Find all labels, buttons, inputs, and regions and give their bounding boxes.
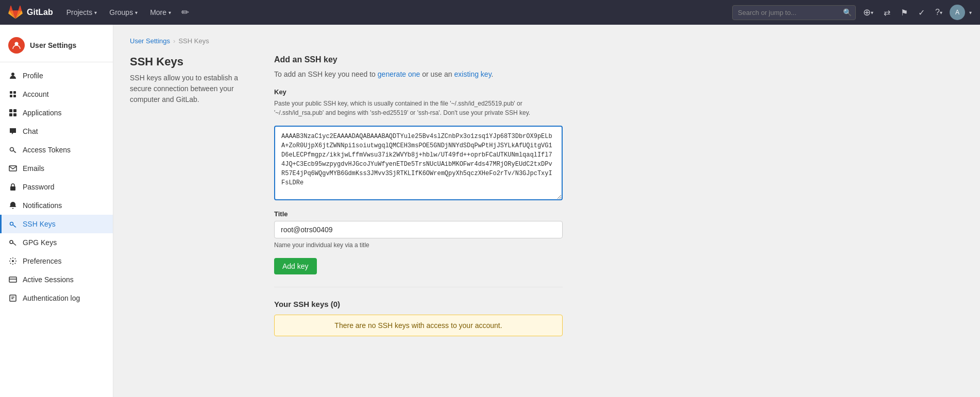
email-icon <box>8 164 18 173</box>
chevron-down-icon: ▾ <box>135 10 138 15</box>
page-description: SSH keys allow you to establish a secure… <box>130 73 254 105</box>
title-field-group: Title Name your individual key via a tit… <box>274 210 563 250</box>
key-textarea[interactable] <box>274 126 563 200</box>
title-hint: Name your individual key via a title <box>274 240 563 250</box>
sidebar-item-preferences[interactable]: Preferences <box>0 252 113 270</box>
grid-icon <box>8 108 18 117</box>
add-key-button[interactable]: Add key <box>274 258 317 274</box>
svg-point-13 <box>10 222 13 226</box>
sidebar-item-applications[interactable]: Applications <box>0 103 113 122</box>
svg-rect-4 <box>10 95 12 97</box>
help-icon[interactable]: ? ▾ <box>932 5 945 20</box>
sidebar: User Settings Profile Account Applicatio… <box>0 25 113 397</box>
sidebar-item-chat[interactable]: Chat <box>0 122 113 141</box>
top-navigation: GitLab Projects ▾ Groups ▾ More ▾ ✏ 🔍 ⊕ … <box>0 0 980 25</box>
breadcrumb-parent-link[interactable]: User Settings <box>130 37 170 45</box>
ssh-key-icon <box>8 219 18 229</box>
add-section-intro: To add an SSH key you need to generate o… <box>274 68 563 80</box>
new-plus-button[interactable]: ⊕ ▾ <box>860 4 876 21</box>
topnav-right: 🔍 ⊕ ▾ ⇄ ⚑ ✓ ? ▾ A ▾ <box>732 4 972 21</box>
no-ssh-keys-message: There are no SSH keys with access to you… <box>274 315 563 336</box>
sidebar-item-account[interactable]: Account <box>0 85 113 103</box>
key-hint: Paste your public SSH key, which is usua… <box>274 99 563 117</box>
svg-rect-15 <box>9 277 16 282</box>
avatar-chevron: ▾ <box>969 10 972 15</box>
sidebar-title: User Settings <box>30 41 76 49</box>
sidebar-header: User Settings <box>0 33 113 62</box>
bell-icon <box>8 201 18 210</box>
prefs-icon <box>8 256 18 266</box>
svg-rect-7 <box>13 109 16 112</box>
page-title: SSH Keys <box>130 55 254 68</box>
sidebar-item-emails[interactable]: Emails <box>0 159 113 178</box>
sidebar-item-password[interactable]: Password <box>0 178 113 196</box>
lock-icon <box>8 182 18 192</box>
sidebar-avatar <box>8 37 25 54</box>
avatar-initials: A <box>955 9 959 16</box>
user-avatar[interactable]: A <box>950 5 965 20</box>
page-left: SSH Keys SSH keys allow you to establish… <box>130 55 254 336</box>
svg-point-1 <box>11 73 14 76</box>
svg-rect-9 <box>13 113 16 116</box>
layout: User Settings Profile Account Applicatio… <box>0 25 980 397</box>
key-field-group: Key Paste your public SSH key, which is … <box>274 88 563 202</box>
todo-icon[interactable]: ✓ <box>915 5 928 21</box>
account-icon <box>8 90 18 99</box>
nav-projects[interactable]: Projects ▾ <box>61 5 103 20</box>
edit-icon[interactable]: ✏ <box>178 4 192 21</box>
chat-icon <box>8 127 18 136</box>
chevron-down-icon: ▾ <box>94 10 97 15</box>
top-nav-items: Projects ▾ Groups ▾ More ▾ ✏ <box>61 4 192 21</box>
search-input[interactable] <box>732 5 856 20</box>
generate-one-link[interactable]: generate one <box>378 70 420 78</box>
sidebar-item-notifications[interactable]: Notifications <box>0 196 113 215</box>
svg-rect-5 <box>13 95 16 97</box>
search-icon: 🔍 <box>843 8 852 16</box>
page-right: Add an SSH key To add an SSH key you nee… <box>274 55 563 336</box>
key-label: Key <box>274 88 563 96</box>
svg-rect-12 <box>10 186 15 191</box>
log-icon <box>8 294 18 303</box>
title-input[interactable] <box>274 221 563 238</box>
search-wrap: 🔍 <box>732 5 856 20</box>
main-content: User Settings › SSH Keys SSH Keys SSH ke… <box>113 25 980 397</box>
svg-point-10 <box>10 148 14 151</box>
sidebar-item-gpg-keys[interactable]: GPG Keys <box>0 233 113 252</box>
breadcrumb: User Settings › SSH Keys <box>130 37 964 45</box>
svg-rect-2 <box>10 91 12 94</box>
nav-groups[interactable]: Groups ▾ <box>104 5 143 20</box>
person-icon <box>8 71 18 80</box>
sidebar-item-authentication-log[interactable]: Authentication log <box>0 289 113 307</box>
brand-logo[interactable]: GitLab <box>8 5 53 20</box>
breadcrumb-current: SSH Keys <box>178 37 209 45</box>
key-icon <box>8 145 18 154</box>
svg-rect-6 <box>9 109 12 112</box>
page-layout: SSH Keys SSH keys allow you to establish… <box>130 55 964 336</box>
sidebar-item-active-sessions[interactable]: Active Sessions <box>0 270 113 289</box>
title-label: Title <box>274 210 563 218</box>
nav-more[interactable]: More ▾ <box>145 5 176 20</box>
svg-rect-11 <box>9 166 16 171</box>
divider <box>274 287 563 287</box>
svg-point-14 <box>10 240 13 244</box>
svg-rect-3 <box>13 91 16 94</box>
issues-icon[interactable]: ⚑ <box>898 5 911 21</box>
breadcrumb-separator: › <box>173 37 175 45</box>
your-ssh-keys-title: Your SSH keys (0) <box>274 300 563 308</box>
gpg-key-icon <box>8 238 18 247</box>
sidebar-item-profile[interactable]: Profile <box>0 66 113 85</box>
add-section-title: Add an SSH key <box>274 55 563 64</box>
sessions-icon <box>8 275 18 284</box>
sidebar-item-access-tokens[interactable]: Access Tokens <box>0 141 113 159</box>
chevron-down-icon: ▾ <box>168 10 171 15</box>
brand-name: GitLab <box>27 8 53 17</box>
merge-request-icon[interactable]: ⇄ <box>881 5 893 21</box>
svg-rect-8 <box>9 113 12 116</box>
existing-key-link[interactable]: existing key <box>454 70 492 78</box>
sidebar-item-ssh-keys[interactable]: SSH Keys <box>0 215 113 233</box>
